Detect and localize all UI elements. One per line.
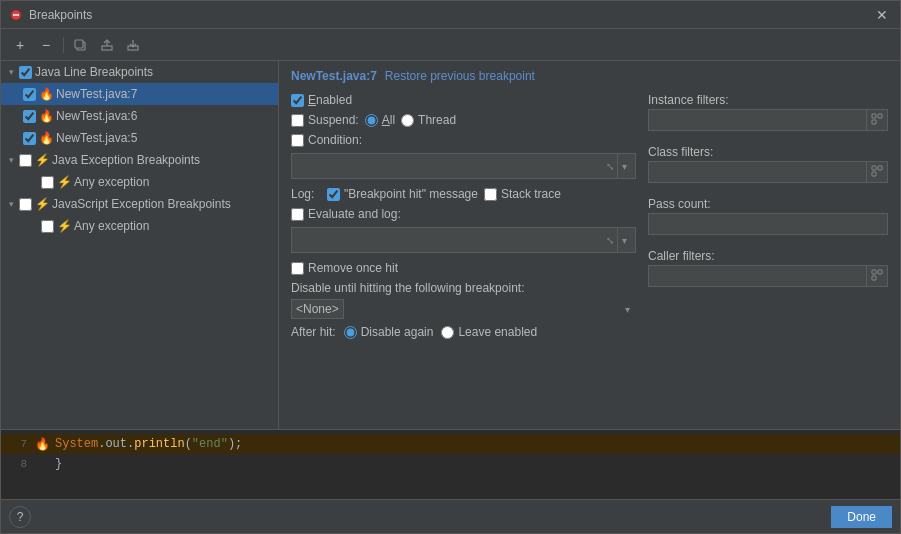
evaluate-expand-button[interactable]: ⤡ — [603, 234, 617, 247]
svg-rect-8 — [872, 114, 876, 118]
group-label-java-line: Java Line Breakpoints — [35, 65, 153, 79]
caller-filter-input[interactable] — [649, 267, 866, 285]
disable-again-radio[interactable] — [344, 326, 357, 339]
help-button[interactable]: ? — [9, 506, 31, 528]
evaluate-input[interactable] — [296, 233, 603, 247]
all-radio-label[interactable]: All — [365, 113, 395, 127]
instance-filter-row: Instance filters: — [648, 93, 888, 131]
stack-trace-checkbox[interactable] — [484, 188, 497, 201]
tree-item-any-exception-2[interactable]: ⚡ Any exception — [1, 215, 278, 237]
instance-filter-button[interactable] — [866, 110, 887, 130]
thread-label: Thread — [418, 113, 456, 127]
checkbox-newtest-7[interactable] — [23, 88, 36, 101]
restore-link[interactable]: Restore previous breakpoint — [385, 69, 535, 83]
condition-more-button[interactable]: ▾ — [617, 154, 631, 178]
bp-hit-checkbox[interactable] — [327, 188, 340, 201]
remove-once-checkbox[interactable] — [291, 262, 304, 275]
suspend-row: Suspend: All Thread — [291, 113, 636, 127]
checkbox-newtest-6[interactable] — [23, 110, 36, 123]
svg-rect-3 — [75, 40, 83, 48]
disable-dropdown[interactable]: <None> — [291, 299, 344, 319]
title-bar: Breakpoints ✕ — [1, 1, 900, 29]
checkbox-js-exception[interactable] — [19, 198, 32, 211]
evaluate-checkbox-label[interactable]: Evaluate and log: — [291, 207, 401, 221]
disable-dropdown-row: <None> ▾ — [291, 299, 636, 319]
main-content: ▾ Java Line Breakpoints 🔥 NewTest.java:7… — [1, 61, 900, 429]
tree-group-java-exception[interactable]: ▾ ⚡ Java Exception Breakpoints — [1, 149, 278, 171]
instance-filter-input[interactable] — [649, 111, 866, 129]
checkbox-any-exception-2[interactable] — [41, 220, 54, 233]
code-text-8: } — [55, 457, 62, 471]
evaluate-area: ⤡ ▾ — [291, 227, 636, 253]
log-row: Log: "Breakpoint hit" message Stack trac… — [291, 187, 636, 201]
remove-once-row: Remove once hit — [291, 261, 636, 275]
label-newtest-7: NewTest.java:7 — [56, 87, 137, 101]
two-col-layout: Enabled Suspend: All — [291, 93, 888, 421]
class-filter-row: Class filters: — [648, 145, 888, 183]
remove-once-checkbox-label[interactable]: Remove once hit — [291, 261, 398, 275]
tree-group-java-line[interactable]: ▾ Java Line Breakpoints — [1, 61, 278, 83]
tree-item-newtest-5[interactable]: 🔥 NewTest.java:5 — [1, 127, 278, 149]
condition-input[interactable] — [296, 159, 603, 173]
tree-item-newtest-6[interactable]: 🔥 NewTest.java:6 — [1, 105, 278, 127]
enabled-checkbox[interactable] — [291, 94, 304, 107]
leave-enabled-radio-label[interactable]: Leave enabled — [441, 325, 537, 339]
tree-item-newtest-7[interactable]: 🔥 NewTest.java:7 — [1, 83, 278, 105]
pass-count-label: Pass count: — [648, 197, 888, 211]
all-radio[interactable] — [365, 114, 378, 127]
add-button[interactable]: + — [9, 34, 31, 56]
evaluate-input-wrapper: ⤡ ▾ — [291, 227, 636, 253]
pass-count-input[interactable] — [649, 215, 887, 233]
checkbox-newtest-5[interactable] — [23, 132, 36, 145]
thread-radio[interactable] — [401, 114, 414, 127]
class-filter-input[interactable] — [649, 163, 866, 181]
code-keyword-system: System — [55, 437, 98, 451]
evaluate-checkbox[interactable] — [291, 208, 304, 221]
all-label: All — [382, 113, 395, 127]
svg-rect-12 — [878, 166, 882, 170]
toolbar-divider — [63, 37, 64, 53]
svg-rect-10 — [872, 120, 876, 124]
evaluate-more-button[interactable]: ▾ — [617, 228, 631, 252]
code-string-end: "end" — [192, 437, 228, 451]
copy-button[interactable] — [70, 34, 92, 56]
class-filter-label: Class filters: — [648, 145, 888, 159]
condition-expand-button[interactable]: ⤡ — [603, 160, 617, 173]
tree-item-any-exception-1[interactable]: ⚡ Any exception — [1, 171, 278, 193]
class-filter-button[interactable] — [866, 162, 887, 182]
condition-checkbox-label[interactable]: Condition: — [291, 133, 362, 147]
leave-enabled-radio[interactable] — [441, 326, 454, 339]
code-panel: 7 🔥 System.out.println("end"); 8 } — [1, 429, 900, 499]
code-line-8: 8 } — [1, 454, 900, 474]
dropdown-arrow-icon: ▾ — [625, 304, 630, 315]
bp-hit-label: "Breakpoint hit" message — [344, 187, 478, 201]
bolt-icon-any2: ⚡ — [57, 219, 71, 233]
svg-rect-11 — [872, 166, 876, 170]
condition-checkbox[interactable] — [291, 134, 304, 147]
label-newtest-6: NewTest.java:6 — [56, 109, 137, 123]
instance-filter-input-row — [648, 109, 888, 131]
code-line-7: 7 🔥 System.out.println("end"); — [1, 434, 900, 454]
export-button[interactable] — [96, 34, 118, 56]
stack-trace-checkbox-label[interactable]: Stack trace — [484, 187, 561, 201]
disable-dropdown-wrapper: <None> ▾ — [291, 299, 636, 319]
bp-hit-checkbox-label[interactable]: "Breakpoint hit" message — [327, 187, 478, 201]
disable-again-label: Disable again — [361, 325, 434, 339]
remove-button[interactable]: − — [35, 34, 57, 56]
enabled-checkbox-label[interactable]: Enabled — [291, 93, 352, 107]
checkbox-java-exception[interactable] — [19, 154, 32, 167]
disable-until-label: Disable until hitting the following brea… — [291, 281, 524, 295]
close-button[interactable]: ✕ — [872, 5, 892, 25]
done-button[interactable]: Done — [831, 506, 892, 528]
checkbox-java-line[interactable] — [19, 66, 32, 79]
caller-filter-button[interactable] — [866, 266, 887, 286]
import-button[interactable] — [122, 34, 144, 56]
checkbox-any-exception-1[interactable] — [41, 176, 54, 189]
bolt-icon-js: ⚡ — [35, 197, 49, 211]
disable-again-radio-label[interactable]: Disable again — [344, 325, 434, 339]
remove-once-label: Remove once hit — [308, 261, 398, 275]
tree-group-js-exception[interactable]: ▾ ⚡ JavaScript Exception Breakpoints — [1, 193, 278, 215]
suspend-checkbox[interactable] — [291, 114, 304, 127]
suspend-checkbox-label[interactable]: Suspend: — [291, 113, 359, 127]
thread-radio-label[interactable]: Thread — [401, 113, 456, 127]
